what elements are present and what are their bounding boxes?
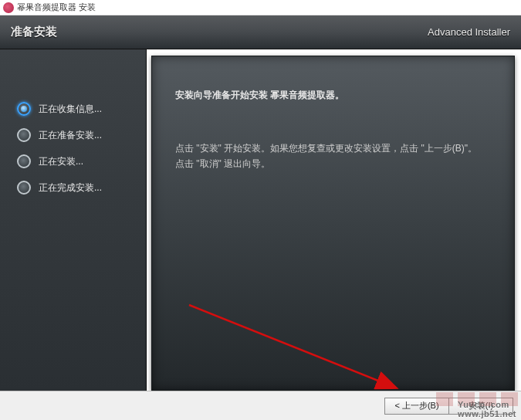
step-label: 正在完成安装...	[39, 181, 102, 195]
instruction-text: 点击 "安装" 开始安装。如果您想复查或更改安装设置，点击 "上一步(B)"。点…	[175, 141, 484, 172]
ready-message: 安装向导准备开始安装 幂果音频提取器。	[175, 89, 491, 102]
watermark-text: Yuucn .com www.jb51.net	[458, 400, 516, 418]
step-prepare: 正在准备安装...	[0, 122, 146, 148]
titlebar: 幂果音频提取器 安装	[0, 0, 521, 15]
installer-brand: Advanced Installer	[428, 26, 510, 38]
step-finish: 正在完成安装...	[0, 174, 146, 201]
step-collect: 正在收集信息...	[0, 96, 146, 122]
step-label: 正在安装...	[39, 155, 83, 168]
footer-bar: < 上一步(B) 安装(I) Yuucn .com www.jb51.net	[0, 391, 521, 420]
step-indicator-icon	[17, 154, 31, 168]
step-indicator-icon	[17, 128, 31, 142]
step-indicator-icon	[17, 102, 31, 116]
step-label: 正在收集信息...	[39, 103, 102, 116]
page-heading: 准备安装	[11, 25, 57, 39]
body: 正在收集信息... 正在准备安装... 正在安装... 正在完成安装... 安装…	[0, 49, 521, 391]
step-label: 正在准备安装...	[39, 129, 102, 142]
installer-window: 幂果音频提取器 安装 准备安装 Advanced Installer 正在收集信…	[0, 0, 521, 420]
main-panel: 安装向导准备开始安装 幂果音频提取器。 点击 "安装" 开始安装。如果您想复查或…	[151, 56, 515, 391]
header-bar: 准备安装 Advanced Installer	[0, 15, 521, 49]
step-install: 正在安装...	[0, 148, 146, 174]
window-title: 幂果音频提取器 安装	[17, 2, 96, 13]
step-indicator-icon	[17, 181, 31, 195]
app-icon	[3, 2, 14, 13]
main-content: 安装向导准备开始安装 幂果音频提取器。 点击 "安装" 开始安装。如果您想复查或…	[152, 56, 514, 188]
sidebar: 正在收集信息... 正在准备安装... 正在安装... 正在完成安装...	[0, 49, 147, 391]
